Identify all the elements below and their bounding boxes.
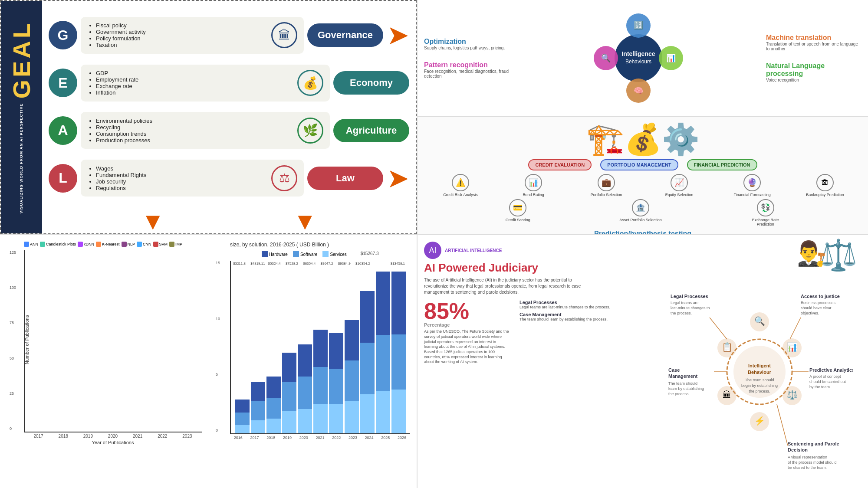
chart2-title: size, by solution, 2016-2025 ( USD Billi… xyxy=(230,242,410,248)
portfolio-sel-label: Portfolio Selection xyxy=(587,193,626,197)
a-row: A Environmental policies Recycling Consu… xyxy=(49,112,409,149)
machine-desc: Translation of text or speech from one l… xyxy=(766,42,861,51)
chart2-legend: Hardware Software Services $15267.3 xyxy=(230,251,410,257)
svg-text:Case: Case xyxy=(668,367,680,373)
svg-text:The team should: The team should xyxy=(668,381,697,386)
geal-subtitle: VISUALIZING WORLD FROM AN AI PERSPECTIVE xyxy=(19,103,24,213)
l-label-box: Law xyxy=(307,167,383,190)
credit-scoring-icon: 💳 xyxy=(509,199,526,216)
svg-text:Management: Management xyxy=(668,373,698,379)
ai-badge-label: ARTIFICIAL INTELLIGENCE xyxy=(445,248,502,253)
geal-panel: GEAL VISUALIZING WORLD FROM AN AI PERSPE… xyxy=(0,0,417,234)
intel-right-labels: Machine translation Translation of text … xyxy=(766,34,861,82)
e-letter-circle: E xyxy=(49,69,77,97)
legend-nlp: NLP xyxy=(122,242,135,247)
credit-scoring-item: 💳 Credit Scoring xyxy=(498,199,537,226)
pattern-recognition-item: Pattern recognition Face recognition, me… xyxy=(424,61,511,79)
svg-text:should be carried out: should be carried out xyxy=(809,380,846,384)
svg-text:Predictive Analytics: Predictive Analytics xyxy=(809,367,853,373)
chart1-area: 0255075100125 xyxy=(24,250,202,432)
legend-svm: SVM xyxy=(153,242,168,247)
main-container: GEAL VISUALIZING WORLD FROM AN AI PERSPE… xyxy=(0,0,868,488)
bottom-left: ANN Candlestick Plots xDNN K-Nearest NLP… xyxy=(0,234,417,488)
svg-text:the process.: the process. xyxy=(671,311,692,315)
portfolio-sel-item: 💼 Portfolio Selection xyxy=(587,174,626,197)
fin-forecasting-icon: 🔮 xyxy=(743,174,761,191)
svg-text:last-minute changes to: last-minute changes to xyxy=(671,306,710,310)
a-items-list: Environmental policies Recycling Consump… xyxy=(87,118,152,144)
chart2-x-labels: 2016201720182019202020212022202320242025… xyxy=(230,436,410,440)
fin-icons-row-2: 💳 Credit Scoring 🏦 Asset Portfolio Selec… xyxy=(424,199,861,226)
bond-rating-item: 📊 Bond Rating xyxy=(514,174,553,197)
l-item-4: Regulations xyxy=(96,185,146,191)
l-items-list: Wages Fundamental Rights Job security Re… xyxy=(87,165,146,191)
ai-jud-diagram: Intelligent Behaviour The team should be… xyxy=(666,255,853,488)
legend-cnn: CNN xyxy=(137,242,151,247)
portfolio-mgmt-badge: PORTFOLIO MANAGEMENT xyxy=(600,159,678,170)
credit-risk-label: Credit Risk Analysis xyxy=(441,193,480,197)
svg-text:be shared to the team.: be shared to the team. xyxy=(788,465,827,470)
g-item-3: Policy formulation xyxy=(96,35,146,42)
svg-point-0 xyxy=(615,34,662,82)
svg-line-22 xyxy=(790,318,801,339)
svg-text:⚡: ⚡ xyxy=(754,416,765,426)
legend-xdnn: xDNN xyxy=(78,242,94,247)
prediction-panel: 🏗️💰⚙️ CREDIT EVALUATION PORTFOLIO MANAGE… xyxy=(418,117,868,234)
chart2-value-labels: $3211.8 $4819.11 $5324.4 $7528.2 $8354.4… xyxy=(233,261,408,433)
svg-text:of the process model should: of the process model should xyxy=(788,460,837,465)
svg-text:Intelligence: Intelligence xyxy=(621,50,655,57)
svg-text:Access to justice: Access to justice xyxy=(801,294,840,299)
intelligence-panel: Optimization Supply chains, logistics pa… xyxy=(418,0,868,117)
a-item-4: Production processes xyxy=(96,137,152,144)
intel-center: Intelligence Behaviours 🔢 📊 🧠 🔍 xyxy=(519,10,757,106)
l-letter-circle: L xyxy=(49,164,77,193)
l-icon-circle: ⚖ xyxy=(271,165,297,191)
ai-case-items: Legal Processes Legal teams are last-min… xyxy=(519,300,610,321)
nlp-desc: Voice recognition xyxy=(766,78,861,82)
exchange-rate-label: Exchange Rate Prediction xyxy=(744,218,787,226)
e-item-2: Employment rate xyxy=(96,76,138,83)
equity-sel-label: Equity Selection xyxy=(660,193,699,197)
chart1-x-title: Year of Publications xyxy=(24,440,202,445)
svg-text:🔍: 🔍 xyxy=(601,53,611,63)
svg-text:Decision: Decision xyxy=(788,447,808,452)
ai-description: The use of Artificial Intelligence (AI) … xyxy=(424,277,589,295)
bond-rating-label: Bond Rating xyxy=(514,193,553,197)
l-arrow-right: ➤ xyxy=(387,165,409,192)
svg-text:⚖️: ⚖️ xyxy=(787,390,798,400)
fin-cats-header: CREDIT EVALUATION PORTFOLIO MANAGEMENT F… xyxy=(528,159,757,170)
e-item-4: Inflation xyxy=(96,89,138,96)
svg-text:by the team.: by the team. xyxy=(809,385,831,389)
a-item-2: Recycling xyxy=(96,124,152,131)
chart2-y-axis-labels: 051015 xyxy=(216,261,220,433)
svg-text:the process.: the process. xyxy=(668,392,690,396)
ai-badge: AI ARTIFICIAL INTELLIGENCE xyxy=(424,242,660,259)
a-icon-circle: 🌿 xyxy=(297,118,323,144)
ai-jud-header: AI ARTIFICIAL INTELLIGENCE AI Powered Ju… xyxy=(424,242,861,488)
g-arrow-right: ➤ xyxy=(387,22,409,49)
svg-text:A visual representation: A visual representation xyxy=(788,455,827,459)
g-item-1: Fiscal policy xyxy=(96,22,146,29)
a-label-box: Agriculture xyxy=(333,119,409,142)
ai-badge-icon: AI xyxy=(424,242,441,259)
credit-risk-icon: ⚠️ xyxy=(452,174,469,191)
chart2-area: 051015 $3211.8 $4819.11 $5324.4 $7528.2 … xyxy=(230,261,410,434)
exchange-rate-icon: 💱 xyxy=(757,199,774,216)
e-item-3: Exchange rate xyxy=(96,83,138,89)
g-item-2: Government activity xyxy=(96,29,146,35)
l-item-1: Wages xyxy=(96,165,146,172)
bankruptcy-pred-label: Bankruptcy Prediction xyxy=(806,193,845,197)
credit-scoring-label: Credit Scoring xyxy=(498,218,537,222)
svg-text:🔍: 🔍 xyxy=(754,316,765,326)
e-info-box: GDP Employment rate Exchange rate Inflat… xyxy=(81,65,330,102)
ai-powered-title: AI Powered Judiciary xyxy=(424,261,660,275)
ai-percentage-section: 85% Percentage As per the UNESCO, The Fu… xyxy=(424,300,660,365)
svg-text:📊: 📊 xyxy=(666,53,676,63)
nlp-item: Natural Language processing Voice recogn… xyxy=(766,62,861,82)
svg-text:Business processes: Business processes xyxy=(801,301,836,305)
svg-text:the process.: the process. xyxy=(749,389,770,393)
l-info-box: Wages Fundamental Rights Job security Re… xyxy=(81,160,304,197)
g-row: G Fiscal policy Government activity Poli… xyxy=(49,17,409,54)
svg-text:🏛: 🏛 xyxy=(723,390,731,400)
svg-text:Legal teams are: Legal teams are xyxy=(671,301,699,305)
